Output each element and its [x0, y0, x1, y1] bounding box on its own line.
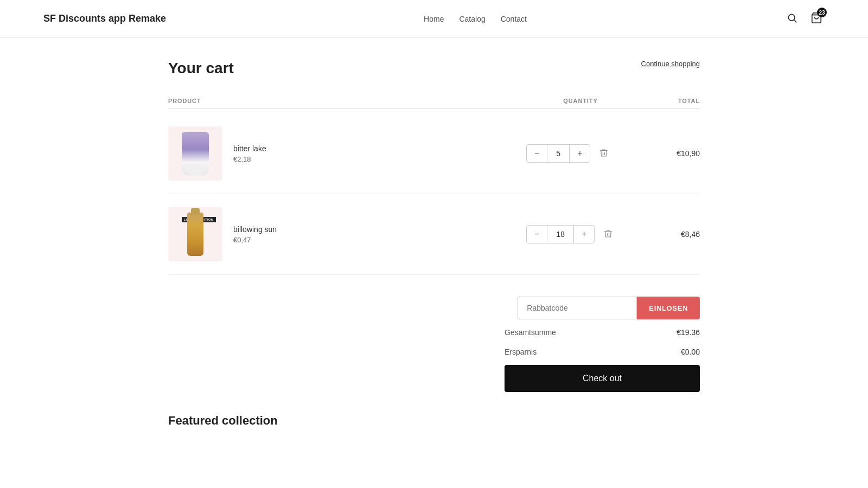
main-content: Your cart Continue shopping PRODUCT QUAN… — [136, 38, 732, 460]
product-wrap-2: LIMITED EDITION — [187, 213, 203, 256]
item-price-1: €2,18 — [233, 155, 266, 163]
cart-count: 23 — [817, 8, 827, 17]
delete-item-2[interactable] — [601, 227, 615, 242]
nav-catalog[interactable]: Catalog — [459, 15, 485, 23]
item-total-1: €10,90 — [635, 149, 700, 158]
cart-button[interactable]: 23 — [808, 10, 825, 28]
item-image-1 — [168, 126, 222, 181]
search-icon — [787, 12, 797, 23]
discount-apply-button[interactable]: EINLOSEN — [637, 297, 700, 319]
discount-code-input[interactable] — [518, 297, 637, 319]
subtotal-value: €19.36 — [676, 328, 700, 337]
qty-control-1: − 5 + — [526, 144, 590, 163]
cart-header: Your cart Continue shopping — [168, 60, 700, 77]
checkout-button[interactable]: Check out — [505, 365, 700, 392]
subtotal-row: Gesamtsumme €19.36 — [505, 326, 700, 339]
page-title: Your cart — [168, 60, 234, 77]
continue-shopping-button[interactable]: Continue shopping — [641, 60, 700, 68]
delete-item-1[interactable] — [597, 146, 611, 162]
nav-contact[interactable]: Contact — [501, 15, 527, 23]
savings-value: €0.00 — [681, 348, 700, 356]
item-total-2: €8,46 — [635, 230, 700, 239]
trash-icon-2 — [603, 229, 613, 239]
savings-label: Ersparnis — [505, 348, 537, 356]
qty-increase-2[interactable]: + — [574, 226, 594, 243]
item-image-2: LIMITED EDITION — [168, 207, 222, 261]
featured-section: Featured collection — [168, 414, 700, 428]
main-nav: Home Catalog Contact — [424, 15, 527, 23]
item-name-1: bitter lake — [233, 144, 266, 153]
discount-row: EINLOSEN — [518, 297, 700, 319]
item-product-1: bitter lake €2,18 — [168, 126, 526, 181]
product-illustration-1 — [182, 132, 209, 175]
item-price-2: €0,47 — [233, 236, 277, 244]
qty-decrease-2[interactable]: − — [527, 226, 547, 243]
item-product-2: LIMITED EDITION billowing sun €0,47 — [168, 207, 526, 261]
svg-line-1 — [794, 20, 797, 23]
qty-decrease-1[interactable]: − — [527, 145, 547, 162]
nav-home[interactable]: Home — [424, 15, 444, 23]
col-header-total: TOTAL — [635, 98, 700, 104]
featured-title: Featured collection — [168, 414, 700, 428]
product-illustration-2 — [187, 213, 203, 256]
trash-icon-1 — [599, 148, 609, 158]
cart-item-1: bitter lake €2,18 − 5 + €10,90 — [168, 113, 700, 194]
qty-increase-1[interactable]: + — [570, 145, 590, 162]
header-icons: 23 — [784, 10, 825, 28]
item-info-1: bitter lake €2,18 — [233, 144, 266, 163]
item-quantity-1: − 5 + — [526, 144, 635, 163]
col-header-product: PRODUCT — [168, 98, 526, 104]
col-header-quantity: QUANTITY — [526, 98, 635, 104]
qty-value-2: 18 — [547, 226, 574, 243]
item-name-2: billowing sun — [233, 225, 277, 234]
cart-footer: EINLOSEN Gesamtsumme €19.36 Ersparnis €0… — [168, 297, 700, 392]
site-header: SF Discounts app Remake Home Catalog Con… — [0, 0, 868, 38]
svg-point-0 — [788, 14, 795, 21]
savings-row: Ersparnis €0.00 — [505, 345, 700, 358]
qty-control-2: − 18 + — [526, 225, 595, 243]
site-logo: SF Discounts app Remake — [43, 13, 166, 24]
cart-item-2: LIMITED EDITION billowing sun €0,47 − 18… — [168, 194, 700, 275]
search-button[interactable] — [784, 10, 800, 27]
item-quantity-2: − 18 + — [526, 225, 635, 243]
cart-table-headers: PRODUCT QUANTITY TOTAL — [168, 93, 700, 109]
subtotal-label: Gesamtsumme — [505, 328, 556, 337]
item-info-2: billowing sun €0,47 — [233, 225, 277, 244]
qty-value-1: 5 — [547, 145, 570, 162]
